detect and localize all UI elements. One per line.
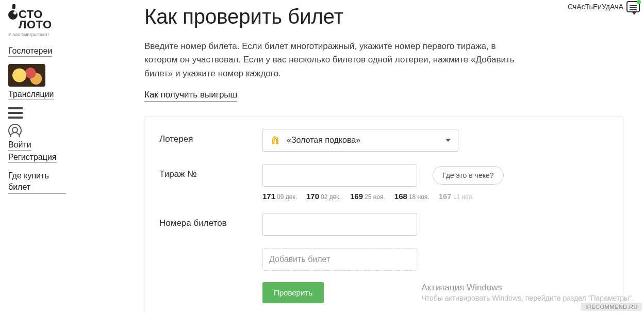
main-content: Как проверить билет Введите номер билета… (72, 0, 644, 313)
nav-where-to-buy[interactable]: Где купить билет (8, 170, 66, 194)
check-button[interactable]: Проверить (262, 282, 324, 303)
user-icon[interactable] (8, 124, 22, 137)
tickets-input[interactable] (262, 213, 417, 236)
sidebar: СТО ЛОТО У нас выигрывают! Гослотереи Тр… (0, 0, 72, 313)
page-title: Как проверить билет (144, 5, 623, 28)
site-watermark: IRECOMMEND.RU (581, 303, 642, 311)
add-ticket-button[interactable]: Добавить билет (262, 248, 417, 271)
logo-tagline: У нас выигрывают! (8, 32, 66, 37)
draw-item[interactable]: 17002 дек. (306, 192, 341, 201)
intro-text: Введите номер билета. Если билет многоти… (144, 40, 516, 80)
lottery-label: Лотерея (159, 129, 262, 144)
recent-draws: 17109 дек. 17002 дек. 16925 ноя. 16818 н… (262, 192, 608, 201)
logo-ball-icon (8, 10, 18, 20)
draw-label: Тираж № (159, 164, 262, 179)
nav-broadcasts[interactable]: Трансляции (8, 90, 54, 100)
lottery-value: «Золотая подкова» (287, 136, 360, 145)
reviewer-username: СчАсТьЕиУдАчА (568, 1, 640, 12)
nav-login[interactable]: Войти (8, 140, 31, 151)
nav-register[interactable]: Регистрация (8, 153, 57, 163)
logo-text-2: ЛОТО (19, 20, 66, 30)
draw-item[interactable]: 16711 ноя. (439, 192, 474, 201)
check-ticket-form: Лотерея «Золотая подкова» Тираж № (144, 116, 623, 313)
winnings-link[interactable]: Как получить выигрыш (144, 90, 237, 102)
draw-item[interactable]: 16925 ноя. (350, 192, 385, 201)
chevron-down-icon (445, 139, 451, 142)
logo-apostrophe-icon (12, 4, 15, 9)
logo[interactable]: СТО ЛОТО У нас выигрывают! (8, 9, 66, 37)
draw-item[interactable]: 17109 дек. (262, 192, 297, 201)
chat-icon (626, 1, 640, 12)
draw-input[interactable] (262, 164, 417, 187)
tickets-label: Номера билетов (159, 213, 262, 228)
lottery-select[interactable]: «Золотая подкова» (262, 129, 458, 152)
broadcast-thumbnail[interactable] (8, 64, 45, 87)
draw-item[interactable]: 16818 ноя. (394, 192, 430, 201)
receipt-hint-button[interactable]: Где это в чеке? (433, 166, 504, 185)
horseshoe-icon (270, 135, 280, 145)
menu-icon[interactable] (8, 107, 23, 119)
nav-lotteries[interactable]: Гослотереи (8, 46, 52, 57)
